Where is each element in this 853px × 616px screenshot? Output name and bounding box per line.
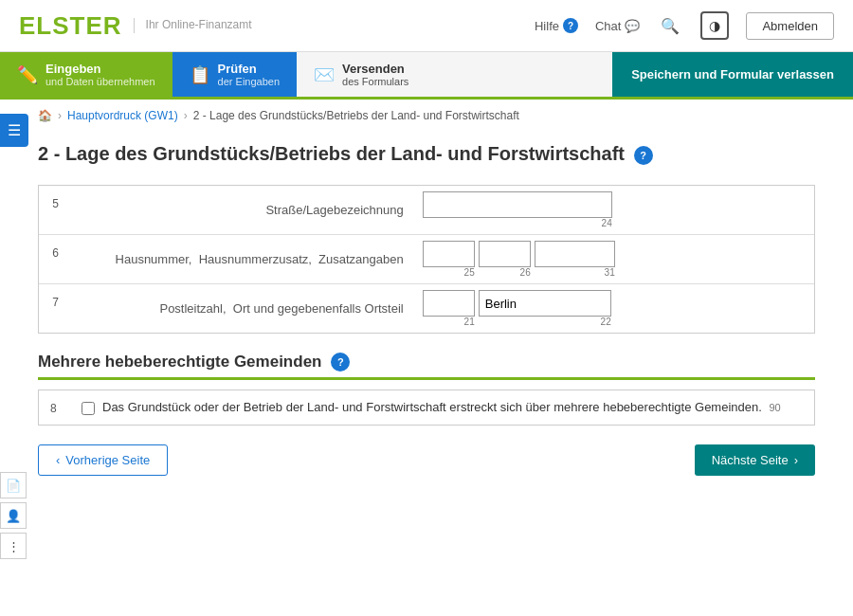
field-num-21: 21 <box>423 317 475 327</box>
chat-link[interactable]: Chat 💬 <box>595 19 640 33</box>
gemeinden-checkbox[interactable] <box>82 402 95 415</box>
row-num-6: 6 <box>39 235 72 283</box>
nav-item-eingeben[interactable]: ✏️ Eingeben und Daten übernehmen <box>0 52 172 97</box>
row-label-6: Hausnummer, Hausnummerzusatz, Zusatzanga… <box>72 235 415 283</box>
prev-page-button[interactable]: ‹ Vorherige Seite <box>38 444 168 476</box>
checkbox-row-gemeinden: Das Grundstück oder der Betrieb der Land… <box>82 400 781 415</box>
nav-item-versenden[interactable]: ✉️ Versenden des Formulars <box>297 52 426 97</box>
abmelden-button[interactable]: Abmelden <box>746 12 834 40</box>
row-num-7: 7 <box>39 284 72 333</box>
search-button[interactable]: 🔍 <box>657 13 683 39</box>
input-wrapper-22: 22 <box>479 290 611 327</box>
pruefen-text: Prüfen der Eingaben <box>218 62 280 87</box>
zusatzangaben-input[interactable] <box>535 241 615 267</box>
save-button[interactable]: Speichern und Formular verlassen <box>612 52 853 97</box>
theme-toggle-button[interactable]: ◑ <box>700 11 729 40</box>
postleitzahl-input[interactable] <box>423 290 475 317</box>
header-right: Hilfe ? Chat 💬 🔍 ◑ Abmelden <box>535 11 834 40</box>
field-num-90: 90 <box>769 402 780 413</box>
input-wrapper-21: 21 <box>423 290 475 327</box>
help-label: Hilfe <box>535 19 559 33</box>
eingeben-icon: ✏️ <box>17 64 38 85</box>
pruefen-label: Prüfen <box>218 62 280 76</box>
home-icon[interactable]: 🏠 <box>38 109 52 122</box>
versenden-text: Versenden des Formulars <box>342 62 408 87</box>
form-row-5: 5 Straße/Lagebezeichnung 24 <box>39 186 814 235</box>
main-content: 2 - Lage des Grundstücks/Betriebs der La… <box>0 132 853 616</box>
row-inputs-5: 24 <box>415 186 814 234</box>
row-label-7: Postleitzahl, Ort und gegebenenfalls Ort… <box>72 284 415 333</box>
versenden-sub: des Formulars <box>342 76 408 87</box>
form-row-6: 6 Hausnummer, Hausnummerzusatz, Zusatzan… <box>39 235 814 284</box>
sidebar-toggle-button[interactable]: ☰ <box>0 114 28 147</box>
hausnummer-input[interactable] <box>423 241 475 267</box>
left-icon-user[interactable]: 👤 <box>0 502 27 529</box>
chevron-left-icon: ‹ <box>56 453 60 467</box>
subsection-title: Mehrere hebeberechtigte Gemeinden ? <box>38 353 815 380</box>
eingeben-text: Eingeben und Daten übernehmen <box>45 62 155 87</box>
left-icon-document[interactable]: 📄 <box>0 472 27 498</box>
page-title: 2 - Lage des Grundstücks/Betriebs der La… <box>38 141 815 166</box>
ort-input[interactable] <box>479 290 611 317</box>
subsection-help-icon[interactable]: ? <box>331 353 350 371</box>
header-subtitle: Ihr Online-Finanzamt <box>134 18 252 33</box>
versenden-label: Versenden <box>342 62 408 76</box>
help-link[interactable]: Hilfe ? <box>535 18 578 33</box>
gemeinden-checkbox-label: Das Grundstück oder der Betrieb der Land… <box>102 400 781 414</box>
strasse-input[interactable] <box>423 191 612 218</box>
eingeben-sub: und Daten übernehmen <box>45 76 155 87</box>
input-wrapper-26: 26 <box>479 241 531 278</box>
breadcrumb: 🏠 › Hauptvordruck (GW1) › 2 - Lage des G… <box>0 100 853 132</box>
field-num-25: 25 <box>423 268 475 278</box>
nav-item-pruefen[interactable]: 📋 Prüfen der Eingaben <box>172 52 297 97</box>
breadcrumb-sep1: › <box>58 109 62 122</box>
help-icon: ? <box>563 18 578 33</box>
form-row-7: 7 Postleitzahl, Ort und gegebenenfalls O… <box>39 284 814 333</box>
versenden-icon: ✉️ <box>314 64 335 85</box>
row-num-5: 5 <box>39 186 72 234</box>
pruefen-sub: der Eingaben <box>218 76 280 87</box>
field-num-31: 31 <box>535 268 615 278</box>
field-num-24: 24 <box>423 219 612 228</box>
subsection-gemeinden: Mehrere hebeberechtigte Gemeinden ? 8 Da… <box>38 353 815 426</box>
eingeben-label: Eingeben <box>45 62 155 76</box>
subsection-box: 8 Das Grundstück oder der Betrieb der La… <box>38 390 815 426</box>
next-page-button[interactable]: Nächste Seite › <box>695 444 815 476</box>
left-icon-more[interactable]: ⋮ <box>0 533 27 559</box>
form-section: 5 Straße/Lagebezeichnung 24 6 Hausnummer… <box>38 185 815 334</box>
breadcrumb-link1[interactable]: Hauptvordruck (GW1) <box>67 109 178 122</box>
chat-icon: 💬 <box>625 19 640 33</box>
left-icon-panel: 📄 👤 ⋮ <box>0 472 28 559</box>
row-inputs-6: 25 26 31 <box>415 235 814 283</box>
breadcrumb-current: 2 - Lage des Grundstücks/Betriebs der La… <box>193 109 519 122</box>
title-help-icon[interactable]: ? <box>634 146 653 165</box>
breadcrumb-sep2: › <box>184 109 188 122</box>
pruefen-icon: 📋 <box>190 64 210 85</box>
hausnummerzusatz-input[interactable] <box>479 241 531 267</box>
input-wrapper-31: 31 <box>535 241 615 278</box>
input-wrapper-25: 25 <box>423 241 475 278</box>
row-label-5: Straße/Lagebezeichnung <box>72 186 415 234</box>
chat-label: Chat <box>595 19 621 33</box>
elster-logo: ELSTER <box>19 11 122 41</box>
row-inputs-7: 21 22 <box>415 284 814 333</box>
app-header: ELSTER Ihr Online-Finanzamt Hilfe ? Chat… <box>0 0 853 52</box>
subsection-row-num: 8 <box>50 400 74 415</box>
field-num-26: 26 <box>479 268 531 278</box>
header-left: ELSTER Ihr Online-Finanzamt <box>19 11 252 41</box>
chevron-right-icon: › <box>794 453 798 467</box>
field-num-22: 22 <box>479 317 611 327</box>
top-navbar: ✏️ Eingeben und Daten übernehmen 📋 Prüfe… <box>0 52 853 100</box>
input-wrapper-24: 24 <box>423 191 612 228</box>
